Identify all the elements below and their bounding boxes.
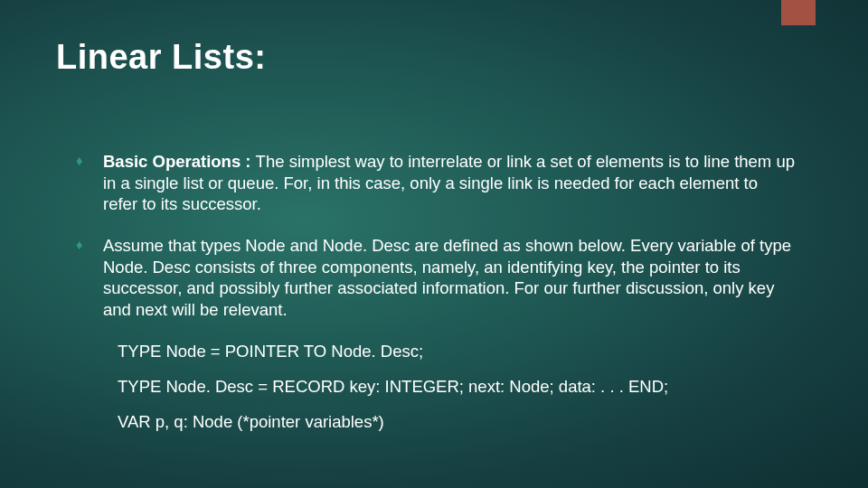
code-line: VAR p, q: Node (*pointer variables*) <box>118 411 805 432</box>
slide-body: Linear Lists: Basic Operations : The sim… <box>0 0 868 432</box>
slide-title: Linear Lists: <box>56 38 805 77</box>
code-line: TYPE Node = POINTER TO Node. Desc; <box>118 341 805 361</box>
accent-bar <box>781 0 816 25</box>
code-line: TYPE Node. Desc = RECORD key: INTEGER; n… <box>118 376 805 397</box>
code-block: TYPE Node = POINTER TO Node. Desc; TYPE … <box>56 341 805 432</box>
bullet-list: Basic Operations : The simplest way to i… <box>56 151 805 321</box>
list-item: Assume that types Node and Node. Desc ar… <box>103 235 805 321</box>
list-item: Basic Operations : The simplest way to i… <box>103 151 805 215</box>
bullet-lead: Basic Operations : <box>103 152 256 171</box>
bullet-text: Assume that types Node and Node. Desc ar… <box>103 236 791 319</box>
